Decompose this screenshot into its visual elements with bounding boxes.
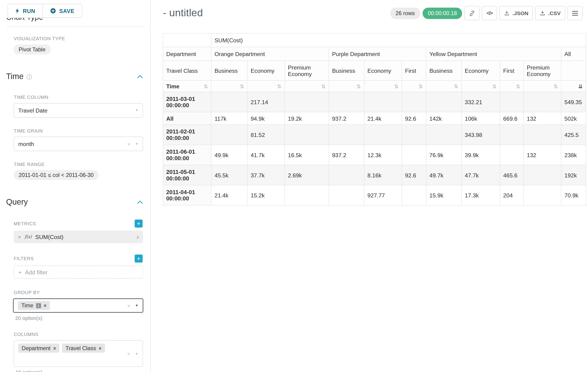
time-range-value[interactable]: 2011-01-01 ≤ col < 2011-06-30 <box>14 170 99 180</box>
sort-icon[interactable]: ⇅ <box>357 84 361 89</box>
pivot-row: 2011-06-01 00:00:0049.9k41.7k16.5k937.21… <box>163 145 586 165</box>
time-column-select[interactable]: Travel Date ▼ <box>14 103 143 117</box>
export-csv-button[interactable]: .CSV <box>535 6 565 20</box>
pivot-cell: 142k <box>426 112 462 125</box>
pivot-row: 2011-02-01 00:00:0081.52343.98425.5 <box>163 125 586 145</box>
pivot-cell <box>364 92 402 112</box>
pivot-cell <box>211 92 247 112</box>
columns-pill-department[interactable]: Department × <box>18 344 60 353</box>
pivot-cell: 12.3k <box>364 145 402 165</box>
sort-icon[interactable]: ⇅ <box>240 84 244 89</box>
pivot-time-sort-header[interactable]: Time⇅ <box>163 80 211 92</box>
pivot-sort-header[interactable]: ⇅ <box>211 80 247 92</box>
sort-icon[interactable]: ⇅ <box>492 84 497 89</box>
metrics-label: METRICS <box>14 221 36 226</box>
caret-down-icon: ▼ <box>135 304 138 307</box>
pivot-sort-header[interactable]: ⇅ <box>248 80 285 92</box>
run-save-group: RUN SAVE <box>8 4 82 18</box>
remove-pill-icon[interactable]: × <box>53 345 56 351</box>
columns-select[interactable]: Department × Travel Class × × ▼ <box>14 340 143 367</box>
sort-icon[interactable]: ⇅ <box>277 84 282 89</box>
sort-icon[interactable]: ⇅ <box>516 84 520 89</box>
pivot-sort-header[interactable]: ⇅ <box>364 80 402 92</box>
save-button[interactable]: SAVE <box>42 4 82 17</box>
pivot-cell: 502k <box>561 112 586 125</box>
sort-icon[interactable]: ⇅ <box>204 84 208 89</box>
pivot-sort-header[interactable]: ⇅ <box>500 80 523 92</box>
collapse-chevron-icon[interactable] <box>137 75 143 78</box>
pivot-cell: 204 <box>500 185 523 205</box>
chart-explorer: RUN SAVE Chart Type VISUALIZATION TYPE P… <box>0 0 588 372</box>
group-by-pill-time[interactable]: Time i × <box>18 301 50 310</box>
pivot-sort-header[interactable]: ⇅ <box>402 80 426 92</box>
save-button-label: SAVE <box>59 8 74 14</box>
filters-label: FILTERS <box>14 256 34 261</box>
chevron-right-icon[interactable]: › <box>137 234 139 240</box>
remove-pill-icon[interactable]: × <box>99 345 102 351</box>
remove-pill-icon[interactable]: × <box>44 303 46 308</box>
pivot-class-header <box>561 61 586 80</box>
pivot-cell: 41.7k <box>248 145 285 165</box>
pivot-cell <box>402 92 426 112</box>
sort-icon[interactable]: ⇅ <box>554 84 558 89</box>
time-grain-select[interactable]: month × ▼ <box>14 137 143 151</box>
pivot-cell: 549.35 <box>561 92 586 112</box>
export-csv-label: .CSV <box>548 10 561 16</box>
pivot-cell: 92.6 <box>402 112 426 125</box>
remove-metric-icon[interactable]: × <box>18 234 21 240</box>
pivot-sort-header[interactable]: ⇅ <box>329 80 364 92</box>
pivot-travel-class-dim-label: Travel Class <box>163 61 211 80</box>
group-by-select[interactable]: Time i × × ▼ <box>13 298 143 313</box>
sort-icon[interactable]: ⇅ <box>454 84 458 89</box>
pivot-sort-header[interactable]: ⇅ <box>462 80 500 92</box>
run-button-label: RUN <box>23 8 35 14</box>
add-filter-icon[interactable]: + <box>135 255 142 263</box>
run-button[interactable]: RUN <box>8 4 42 17</box>
pill-label: Time <box>21 302 33 308</box>
pivot-cell: 17.3k <box>462 185 500 205</box>
share-link-button[interactable] <box>465 6 480 20</box>
pill-label: Travel Class <box>65 345 96 351</box>
add-filter-label: Add filter <box>25 269 48 275</box>
add-filter-button[interactable]: + Add filter <box>14 266 143 278</box>
query-timer-badge: 00:00:00.18 <box>422 7 462 19</box>
group-by-options-hint: 20 option(s) <box>15 316 150 321</box>
pivot-sort-header[interactable]: ⇅ <box>426 80 462 92</box>
results-toolbar: 26 rows 00:00:00.18 </> .JSON .CSV <box>390 6 583 20</box>
row-count-badge: 26 rows <box>390 7 420 19</box>
metric-item[interactable]: × ƒ(x) SUM(Cost) › <box>14 231 143 243</box>
pivot-cell: 39.9k <box>462 145 500 165</box>
sort-desc-icon[interactable]: ⇊ <box>578 84 583 89</box>
visualization-type-value[interactable]: Pivot Table <box>14 44 51 54</box>
view-query-button[interactable]: </> <box>482 6 497 20</box>
control-panel: RUN SAVE Chart Type VISUALIZATION TYPE P… <box>0 0 151 372</box>
caret-down-icon: ▼ <box>135 108 138 112</box>
clear-icon[interactable]: × <box>127 302 130 309</box>
pivot-cell: 8.16k <box>364 165 402 185</box>
pivot-cell: 92.6 <box>402 165 426 185</box>
collapse-chevron-icon[interactable] <box>137 201 143 204</box>
metric-label: SUM(Cost) <box>35 234 63 240</box>
pivot-cell: 49.7k <box>426 165 462 185</box>
pivot-sort-header[interactable]: ⇅ <box>285 80 329 92</box>
pivot-class-header: Premium Economy <box>524 61 561 80</box>
clear-icon[interactable]: × <box>127 350 130 357</box>
clear-icon[interactable]: × <box>127 141 130 147</box>
sort-icon[interactable]: ⇅ <box>394 84 399 89</box>
pivot-department-header: Yellow Department <box>426 47 561 61</box>
add-metric-icon[interactable]: + <box>135 220 142 227</box>
pivot-cell: 81.52 <box>248 125 285 145</box>
caret-down-icon: ▼ <box>135 142 138 146</box>
menu-button[interactable] <box>567 6 583 20</box>
pivot-sort-header[interactable]: ⇊ <box>561 80 586 92</box>
columns-pill-travel-class[interactable]: Travel Class × <box>62 344 105 353</box>
sort-icon[interactable]: ⇅ <box>321 84 326 89</box>
sort-icon[interactable]: ⇅ <box>419 84 423 89</box>
plus-icon: + <box>18 269 22 275</box>
pivot-department-header: All <box>561 47 586 61</box>
pill-label: Department <box>22 345 51 351</box>
columns-options-hint: 19 option(s) <box>15 370 150 372</box>
time-grain-value: month <box>18 141 34 147</box>
export-json-button[interactable]: .JSON <box>499 6 533 20</box>
pivot-sort-header[interactable]: ⇅ <box>524 80 561 92</box>
